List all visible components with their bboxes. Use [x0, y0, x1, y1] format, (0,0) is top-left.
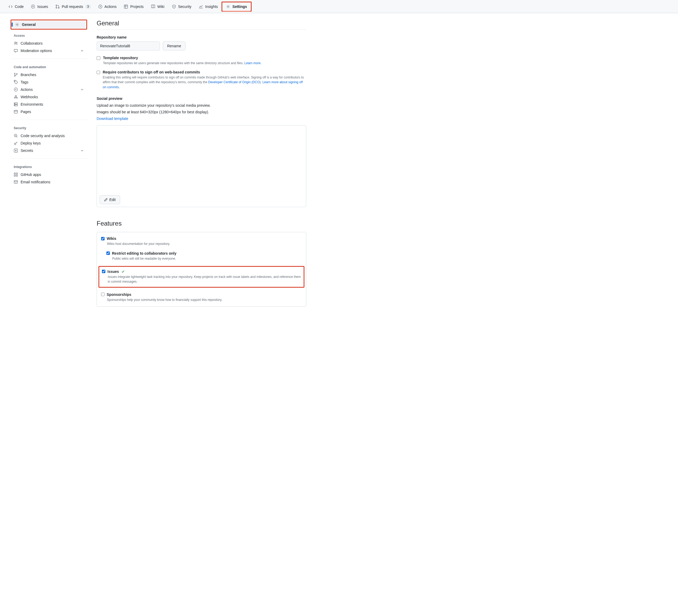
- svg-rect-28: [14, 173, 15, 174]
- sidebar-deploykeys[interactable]: Deploy keys: [10, 140, 87, 147]
- svg-point-14: [16, 73, 17, 74]
- nav-pull-requests[interactable]: Pull requests 3: [52, 2, 95, 11]
- features-panel: Wikis Wikis host documentation for your …: [97, 232, 306, 307]
- nav-actions-label: Actions: [105, 4, 117, 9]
- mail-icon: [14, 180, 18, 184]
- sidebar-pages[interactable]: Pages: [10, 108, 87, 115]
- sidebar-moderation[interactable]: Moderation options: [10, 47, 87, 55]
- sidebar-webhooks[interactable]: Webhooks: [10, 93, 87, 101]
- svg-rect-31: [16, 175, 18, 176]
- sidebar-general[interactable]: General: [12, 21, 86, 28]
- book-icon: [151, 4, 155, 9]
- code-icon: [8, 4, 13, 9]
- sponsorships-desc: Sponsorships help your community know ho…: [107, 297, 302, 302]
- sponsorships-title: Sponsorships: [107, 292, 131, 297]
- issues-desc: Issues integrate lightweight task tracki…: [108, 275, 301, 284]
- wikis-checkbox[interactable]: [101, 237, 105, 240]
- template-repo-title: Template repository: [103, 56, 261, 60]
- sidebar-branches[interactable]: Branches: [10, 71, 87, 78]
- sidebar-collaborators-label: Collaborators: [21, 41, 42, 45]
- svg-point-1: [33, 6, 34, 7]
- template-repo-checkbox[interactable]: [97, 56, 100, 60]
- chevron-down-icon: [80, 49, 84, 52]
- sidebar-heading-integrations: Integrations: [10, 163, 87, 171]
- nav-insights[interactable]: Insights: [195, 2, 222, 11]
- settings-sidebar: General Access Collaborators Moderation …: [10, 20, 87, 307]
- dco-link[interactable]: Developer Certificate of Origin (DCO): [208, 80, 261, 84]
- svg-point-19: [15, 95, 16, 97]
- sponsorships-checkbox[interactable]: [101, 293, 105, 296]
- nav-projects[interactable]: Projects: [120, 2, 147, 11]
- graph-icon: [199, 4, 203, 9]
- gear-icon: [226, 4, 230, 9]
- sidebar-collaborators[interactable]: Collaborators: [10, 40, 87, 47]
- sidebar-environments[interactable]: Environments: [10, 101, 87, 108]
- chevron-down-icon: [80, 88, 84, 92]
- apps-icon: [14, 173, 18, 177]
- svg-point-13: [14, 76, 15, 77]
- nav-code-label: Code: [15, 4, 24, 9]
- nav-issues[interactable]: Issues: [27, 2, 51, 11]
- nav-settings[interactable]: Settings: [222, 2, 251, 12]
- sidebar-general-highlight: General: [10, 20, 87, 30]
- svg-point-3: [56, 7, 57, 8]
- svg-rect-29: [16, 173, 18, 174]
- svg-rect-30: [14, 175, 15, 176]
- download-template-link[interactable]: Download template: [97, 116, 128, 121]
- rename-button[interactable]: Rename: [163, 41, 186, 50]
- asterisk-icon: [14, 148, 18, 153]
- nav-actions[interactable]: Actions: [95, 2, 120, 11]
- nav-issues-label: Issues: [37, 4, 48, 9]
- sidebar-moderation-label: Moderation options: [21, 48, 52, 53]
- social-preview-desc1: Upload an image to customize your reposi…: [97, 103, 306, 108]
- projects-icon: [124, 4, 128, 9]
- browser-icon: [14, 110, 18, 114]
- nav-pr-counter: 3: [85, 4, 91, 9]
- nav-code[interactable]: Code: [5, 2, 27, 11]
- settings-main: General Repository name Rename Template …: [97, 20, 306, 307]
- pencil-icon: [104, 198, 108, 202]
- restrict-editing-checkbox[interactable]: [106, 251, 110, 255]
- sidebar-deploykeys-label: Deploy keys: [21, 141, 41, 145]
- sidebar-githubapps[interactable]: GitHub apps: [10, 171, 87, 178]
- svg-point-17: [14, 97, 15, 98]
- restrict-editing-desc: Public wikis will still be readable by e…: [112, 256, 302, 261]
- wikis-title: Wikis: [107, 237, 116, 241]
- sidebar-actions-label: Actions: [21, 87, 33, 92]
- sidebar-githubapps-label: GitHub apps: [21, 173, 41, 177]
- issues-title: Issues: [108, 269, 119, 274]
- svg-rect-24: [14, 110, 18, 113]
- pull-request-icon: [55, 4, 60, 9]
- sidebar-branches-label: Branches: [21, 73, 36, 77]
- sidebar-tags[interactable]: Tags: [10, 78, 87, 86]
- nav-wiki[interactable]: Wiki: [147, 2, 168, 11]
- sidebar-secrets[interactable]: Secrets: [10, 147, 87, 154]
- template-repo-desc: Template repositories let users generate…: [103, 61, 261, 66]
- nav-security[interactable]: Security: [168, 2, 195, 11]
- social-preview-desc2: Images should be at least 640×320px (128…: [97, 109, 306, 115]
- sidebar-tags-label: Tags: [21, 80, 29, 84]
- branch-icon: [14, 73, 18, 77]
- svg-point-22: [14, 103, 15, 104]
- check-icon: [121, 270, 125, 274]
- signoff-title: Require contributors to sign off on web-…: [103, 70, 306, 74]
- signoff-checkbox[interactable]: [97, 71, 100, 74]
- sidebar-pages-label: Pages: [21, 110, 31, 114]
- svg-point-4: [58, 7, 59, 8]
- key-icon: [14, 141, 18, 145]
- shield-icon: [172, 4, 176, 9]
- nav-pr-label: Pull requests: [62, 4, 83, 9]
- nav-insights-label: Insights: [205, 4, 218, 9]
- sidebar-heading-access: Access: [10, 32, 87, 40]
- sidebar-emailnotif[interactable]: Email notifications: [10, 178, 87, 186]
- repo-name-input[interactable]: [97, 41, 160, 50]
- tag-icon: [14, 80, 18, 84]
- issues-feature-highlight: Issues Issues integrate lightweight task…: [99, 266, 304, 288]
- issues-checkbox[interactable]: [102, 270, 105, 273]
- gear-icon: [15, 23, 19, 27]
- sidebar-codesec[interactable]: Code security and analysis: [10, 132, 87, 140]
- template-learn-link[interactable]: Learn more.: [244, 61, 262, 65]
- edit-preview-button[interactable]: Edit: [100, 195, 120, 204]
- repo-top-nav: Code Issues Pull requests 3 Actions Proj…: [0, 0, 678, 13]
- sidebar-actions[interactable]: Actions: [10, 86, 87, 93]
